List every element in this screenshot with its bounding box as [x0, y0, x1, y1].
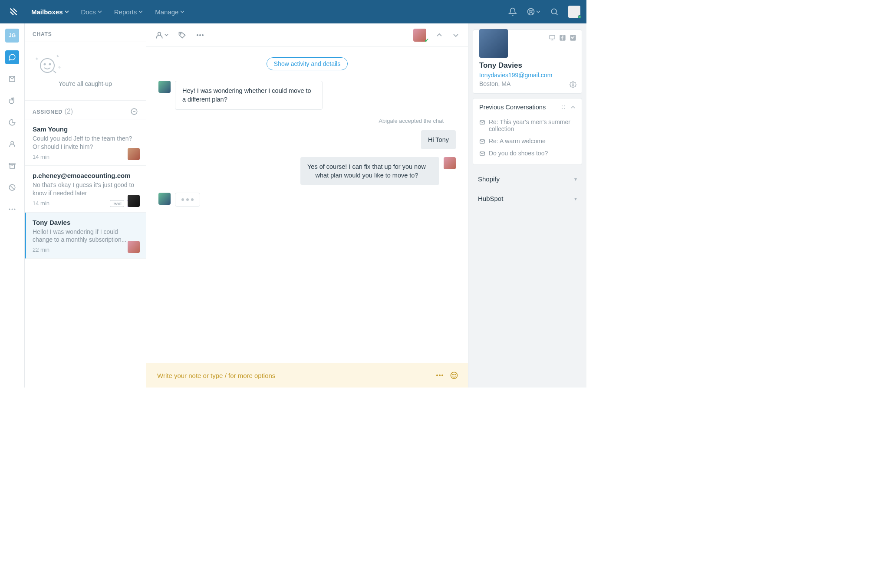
customer-avatar-small[interactable]: ✔ — [413, 29, 426, 42]
facebook-icon[interactable] — [559, 34, 566, 41]
nav-reports[interactable]: Reports — [114, 8, 143, 16]
integration-label: HubSpot — [478, 195, 503, 202]
check-icon: ✔ — [425, 37, 429, 43]
svg-point-17 — [202, 34, 204, 36]
integration-shopify[interactable]: Shopify▾ — [468, 169, 586, 189]
svg-point-7 — [12, 209, 13, 210]
svg-point-6 — [9, 209, 10, 210]
svg-point-18 — [436, 374, 438, 376]
rail-hand-icon[interactable] — [5, 94, 19, 108]
prev-conversation-icon[interactable] — [436, 32, 443, 39]
customer-location: Boston, MA — [479, 80, 576, 87]
nav-docs[interactable]: Docs — [81, 8, 102, 16]
typing-row — [158, 193, 456, 207]
rail-reports-icon[interactable] — [5, 115, 19, 129]
user-chip[interactable]: JG — [5, 29, 19, 43]
svg-point-20 — [441, 374, 443, 376]
svg-point-27 — [572, 84, 574, 85]
brand-logo[interactable] — [6, 7, 21, 16]
message-bubble: Hey! I was wondering whether I could mov… — [175, 81, 323, 110]
rail-mail-icon[interactable] — [5, 72, 19, 86]
svg-point-30 — [562, 108, 563, 109]
more-icon[interactable] — [196, 34, 204, 36]
emoji-icon[interactable] — [450, 371, 458, 380]
integration-hubspot[interactable]: HubSpot▾ — [468, 189, 586, 208]
mail-icon — [479, 119, 485, 125]
assign-icon[interactable] — [155, 31, 168, 39]
prev-conversation-link[interactable]: Re: This year's men's summer collection — [479, 116, 576, 135]
conversation-item[interactable]: Tony Davies Hello! I was wondering if I … — [25, 213, 146, 259]
composer-more-icon[interactable] — [436, 374, 444, 377]
nav-mailboxes-label: Mailboxes — [31, 8, 63, 16]
message-row: Hey! I was wondering whether I could mov… — [158, 81, 456, 110]
prev-conv-title: Re: This year's men's summer collection — [489, 118, 576, 132]
svg-point-21 — [451, 372, 458, 379]
message-avatar — [444, 157, 456, 169]
settings-icon[interactable] — [570, 81, 576, 88]
help-icon[interactable] — [527, 7, 540, 16]
mail-icon — [479, 138, 485, 145]
message-bubble: Yes of course! I can fix that up for you… — [300, 157, 439, 185]
svg-point-14 — [180, 33, 181, 34]
conv-preview: Could you add Jeff to the team then? Or … — [33, 135, 138, 151]
tag-icon[interactable] — [178, 31, 187, 39]
mail-icon — [479, 151, 485, 157]
search-icon[interactable] — [550, 7, 559, 16]
conversation-item[interactable]: Sam Young Could you add Jeff to the team… — [25, 119, 146, 166]
svg-point-11 — [49, 64, 51, 65]
svg-point-19 — [439, 374, 441, 376]
rail-spam-icon[interactable] — [5, 181, 19, 194]
conversation-item[interactable]: p.cheney@cmoaccounting.com No that's oka… — [25, 166, 146, 213]
chat-list: CHATS You're all caught-up ASSIGNED (2) … — [25, 23, 146, 388]
chevron-down-icon: ▾ — [574, 176, 577, 182]
customer-email[interactable]: tonydavies199@gmail.com — [479, 72, 576, 79]
svg-point-1 — [530, 11, 532, 13]
message-row: Hi Tony — [158, 130, 456, 149]
conv-name: Tony Davies — [33, 219, 138, 226]
composer-input[interactable] — [157, 372, 430, 379]
conversation-body: Show activity and details Hey! I was won… — [146, 47, 468, 363]
rail-more-icon[interactable] — [5, 202, 19, 216]
svg-rect-4 — [9, 163, 15, 164]
nav-docs-label: Docs — [81, 8, 96, 16]
assigned-label: ASSIGNED — [33, 109, 63, 115]
conv-avatar — [128, 241, 140, 253]
nav-mailboxes[interactable]: Mailboxes — [31, 8, 69, 16]
rail-customers-icon[interactable] — [5, 137, 19, 151]
caught-up-icon — [30, 53, 141, 76]
left-rail: JG — [0, 23, 25, 388]
message-row: Yes of course! I can fix that up for you… — [158, 157, 456, 185]
current-user-avatar[interactable] — [568, 6, 580, 18]
conv-preview: No that's okay I guess it's just good to… — [33, 181, 138, 197]
drag-icon[interactable] — [561, 105, 566, 110]
conv-avatar — [128, 195, 140, 207]
customer-photo — [479, 29, 508, 58]
prev-conversation-link[interactable]: Re: A warm welcome — [479, 135, 576, 147]
collapse-icon[interactable] — [570, 105, 576, 110]
rail-chats-icon[interactable] — [5, 50, 19, 64]
collapse-icon[interactable] — [130, 108, 138, 115]
rail-archive-icon[interactable] — [5, 159, 19, 173]
conv-avatar — [128, 148, 140, 160]
caught-up-text: You're all caught-up — [30, 80, 141, 87]
assigned-count: (2) — [65, 108, 73, 115]
svg-point-15 — [197, 34, 198, 36]
show-activity-button[interactable]: Show activity and details — [267, 57, 348, 70]
svg-point-31 — [564, 108, 565, 109]
panel-header[interactable]: Previous Conversations — [473, 99, 582, 116]
svg-point-16 — [199, 34, 201, 36]
chats-header: CHATS — [25, 23, 146, 42]
notifications-icon[interactable] — [508, 7, 517, 16]
prev-conversation-link[interactable]: Do you do shoes too? — [479, 147, 576, 159]
prev-conv-title: Re: A warm welcome — [489, 138, 546, 145]
twitter-icon[interactable] — [570, 34, 576, 41]
svg-point-29 — [564, 105, 565, 106]
svg-point-2 — [551, 9, 556, 14]
next-conversation-icon[interactable] — [452, 32, 459, 39]
prev-conv-title: Do you do shoes too? — [489, 150, 548, 157]
nav-manage[interactable]: Manage — [155, 8, 184, 16]
device-icon[interactable] — [549, 34, 556, 41]
svg-point-22 — [453, 374, 454, 375]
system-message: Abigale accepted the chat — [158, 118, 444, 124]
customer-sidebar: Tony Davies tonydavies199@gmail.com Bost… — [468, 23, 586, 388]
